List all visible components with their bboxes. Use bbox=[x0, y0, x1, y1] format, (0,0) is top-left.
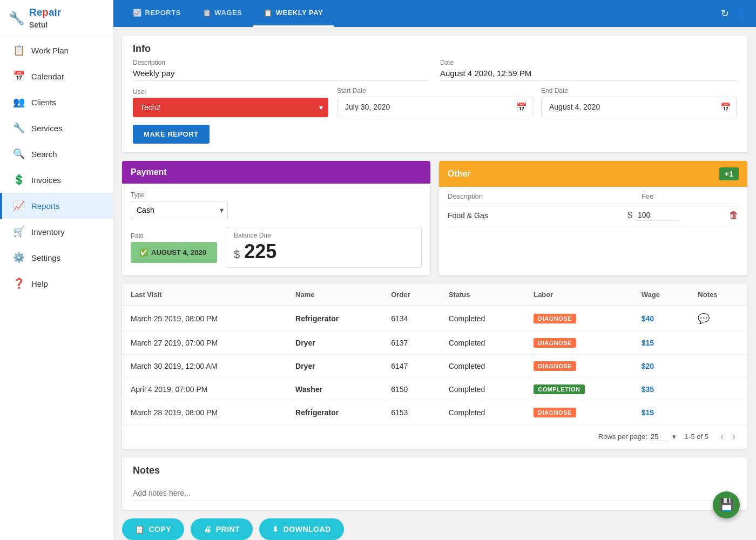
balance-due-label: Balance Due bbox=[234, 232, 276, 239]
main-content: 📈 REPORTS 📋 WAGES 📋 WEEKLY PAY ↻ 👤 Info … bbox=[113, 0, 756, 540]
download-button[interactable]: ⬇ DOWNLOAD bbox=[259, 518, 344, 540]
visits-table-card: Last Visit Name Order Status Labor Wage … bbox=[122, 284, 747, 449]
tab-wages[interactable]: 📋 WAGES bbox=[192, 0, 253, 27]
refresh-icon[interactable]: ↻ bbox=[721, 8, 729, 19]
settings-icon: ⚙️ bbox=[13, 252, 25, 264]
sidebar-item-reports[interactable]: 📈Reports bbox=[0, 193, 113, 219]
sidebar-item-label: Search bbox=[31, 150, 57, 159]
balance-content: Balance Due $ 225 bbox=[234, 232, 276, 263]
page-content: Info Description Weekly pay Date August … bbox=[113, 27, 756, 540]
cell-order: 6153 bbox=[382, 401, 440, 424]
copy-icon: 📋 bbox=[135, 525, 145, 534]
note-icon[interactable]: 💬 bbox=[698, 313, 710, 324]
balance-due-box: Balance Due $ 225 bbox=[226, 227, 422, 268]
tab-reports[interactable]: 📈 REPORTS bbox=[122, 0, 192, 27]
info-desc-date-row: Description Weekly pay Date August 4 202… bbox=[133, 59, 737, 80]
pagination-nav: ‹ › bbox=[717, 430, 739, 443]
dollar-sign: $ bbox=[234, 248, 240, 261]
type-select[interactable]: Cash Check Credit Card bbox=[131, 201, 228, 219]
cell-status: Completed bbox=[440, 306, 525, 332]
sidebar-item-label: Calendar bbox=[31, 72, 64, 81]
table-row: March 28 2019, 08:00 PM Refrigerator 615… bbox=[122, 401, 747, 424]
payment-card: Payment Type Cash Check Credit Card ▾ bbox=[122, 161, 430, 275]
user-dates-row: User Tech2 ▾ Start Date 📅 bbox=[133, 87, 737, 117]
cell-labor: DIAGNOSE bbox=[525, 306, 633, 332]
cell-order: 6150 bbox=[382, 378, 440, 401]
sidebar-item-label: Services bbox=[31, 124, 63, 133]
notes-title: Notes bbox=[122, 457, 747, 481]
logo-icon: 🔧 bbox=[9, 11, 25, 26]
sidebar-nav: 📋Work Plan📅Calendar👥Clients🔧Services🔍Sea… bbox=[0, 37, 113, 296]
checkbox-icon: ✅ bbox=[139, 248, 148, 256]
sidebar-item-label: Settings bbox=[31, 253, 60, 262]
date-field: Date August 4 2020, 12:59 PM bbox=[440, 59, 737, 80]
paid-date-button[interactable]: ✅ AUGUST 4, 2020 bbox=[131, 242, 217, 263]
cell-name: Dryer bbox=[287, 355, 382, 378]
paid-field: Paid ✅ AUGUST 4, 2020 bbox=[131, 232, 217, 263]
copy-button[interactable]: 📋 COPY bbox=[122, 518, 184, 540]
cell-name: Dryer bbox=[287, 332, 382, 355]
sidebar-item-work-plan[interactable]: 📋Work Plan bbox=[0, 37, 113, 63]
print-icon: 🖨 bbox=[204, 525, 212, 534]
search-icon: 🔍 bbox=[13, 148, 25, 160]
invoices-icon: 💲 bbox=[13, 174, 25, 186]
sidebar-item-invoices[interactable]: 💲Invoices bbox=[0, 167, 113, 193]
save-fab-icon: 💾 bbox=[719, 498, 734, 512]
info-body: Description Weekly pay Date August 4 202… bbox=[122, 59, 747, 152]
user-label: User bbox=[133, 88, 328, 96]
delete-other-item-button[interactable]: 🗑 bbox=[729, 210, 739, 221]
other-column-headers: Description Fee bbox=[448, 187, 739, 204]
cell-labor: DIAGNOSE bbox=[525, 401, 633, 424]
sidebar-item-clients[interactable]: 👥Clients bbox=[0, 89, 113, 115]
other-item-description: Food & Gas bbox=[448, 211, 627, 220]
paid-label: Paid bbox=[131, 232, 217, 240]
pagination-info: 1-5 of 5 bbox=[685, 433, 708, 441]
clients-icon: 👥 bbox=[13, 96, 25, 108]
cell-status: Completed bbox=[440, 355, 525, 378]
save-fab-button[interactable]: 💾 bbox=[713, 491, 740, 518]
sidebar-item-search[interactable]: 🔍Search bbox=[0, 141, 113, 167]
add-other-button[interactable]: +1 bbox=[719, 167, 739, 180]
sidebar: 🔧 RepairSetul 📋Work Plan📅Calendar👥Client… bbox=[0, 0, 113, 540]
payment-type-row: Type Cash Check Credit Card ▾ bbox=[131, 191, 422, 219]
user-icon[interactable]: 👤 bbox=[735, 8, 747, 19]
sidebar-item-label: Clients bbox=[31, 98, 56, 107]
sidebar-item-inventory[interactable]: 🛒Inventory bbox=[0, 219, 113, 245]
services-icon: 🔧 bbox=[13, 122, 25, 134]
date-value: August 4 2020, 12:59 PM bbox=[440, 69, 737, 80]
sidebar-item-label: Inventory bbox=[31, 227, 65, 237]
tab-weekly-pay[interactable]: 📋 WEEKLY PAY bbox=[253, 0, 334, 27]
cell-notes bbox=[689, 401, 747, 424]
next-page-button[interactable]: › bbox=[729, 430, 739, 443]
logo: 🔧 RepairSetul bbox=[0, 0, 113, 37]
sidebar-item-settings[interactable]: ⚙️Settings bbox=[0, 245, 113, 271]
end-date-input[interactable] bbox=[541, 97, 737, 117]
other-title: Other bbox=[448, 169, 471, 179]
user-select[interactable]: Tech2 bbox=[133, 98, 328, 117]
prev-page-button[interactable]: ‹ bbox=[717, 430, 727, 443]
paid-balance-row: Paid ✅ AUGUST 4, 2020 Balance Due $ bbox=[131, 227, 422, 268]
fee-dollar-sign: $ bbox=[627, 211, 632, 220]
table-row: April 4 2019, 07:00 PM Washer 6150 Compl… bbox=[122, 378, 747, 401]
rows-select-arrow: ▾ bbox=[672, 433, 676, 441]
col-order: Order bbox=[382, 284, 440, 306]
start-date-label: Start Date bbox=[337, 87, 532, 94]
notes-input[interactable] bbox=[133, 485, 737, 501]
sidebar-item-calendar[interactable]: 📅Calendar bbox=[0, 63, 113, 89]
sidebar-item-help[interactable]: ❓Help bbox=[0, 271, 113, 296]
cell-labor: DIAGNOSE bbox=[525, 332, 633, 355]
col-name: Name bbox=[287, 284, 382, 306]
info-title: Info bbox=[122, 36, 747, 59]
date-label: Date bbox=[440, 59, 737, 66]
sidebar-item-services[interactable]: 🔧Services bbox=[0, 115, 113, 141]
fee-input[interactable] bbox=[636, 210, 679, 221]
help-icon: ❓ bbox=[13, 278, 25, 289]
table-footer: Rows per page: 25 50 100 ▾ 1-5 of 5 ‹ › bbox=[122, 424, 747, 449]
work-plan-icon: 📋 bbox=[13, 44, 25, 56]
info-card: Info Description Weekly pay Date August … bbox=[122, 36, 747, 152]
table-row: March 30 2019, 12:00 AM Dryer 6147 Compl… bbox=[122, 355, 747, 378]
print-button[interactable]: 🖨 PRINT bbox=[191, 518, 253, 540]
rows-per-page-select[interactable]: 25 50 100 bbox=[651, 433, 669, 441]
start-date-input[interactable] bbox=[337, 97, 532, 117]
make-report-button[interactable]: MAKE REPORT bbox=[133, 125, 210, 144]
